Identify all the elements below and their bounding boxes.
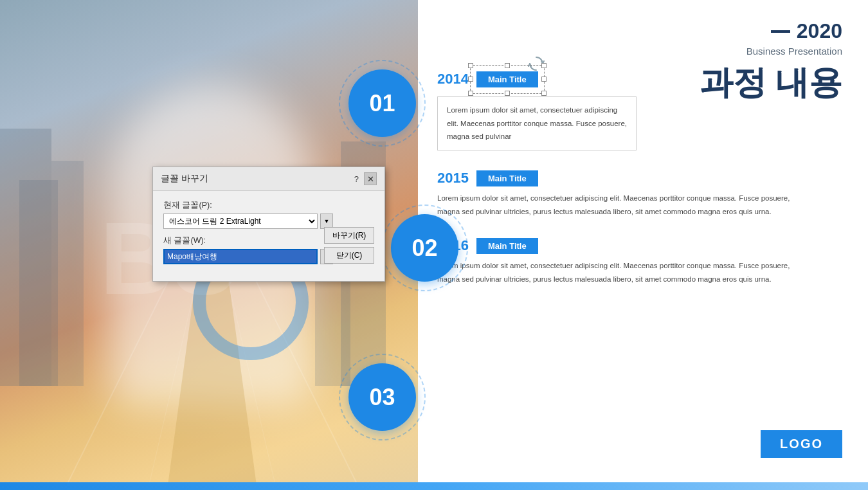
main-title-badge-2016: Main Title [476,238,538,254]
year-2014: 2014 [437,71,469,87]
timeline-row-2015: 2015 Main Title [437,170,842,186]
timeline-section: 2014 Main Title Lor [437,71,842,286]
bottom-bar [0,482,868,490]
dialog-question: ? [354,174,359,184]
dialog-close-button[interactable]: ✕ [364,172,377,185]
dialog-controls: ? ✕ [354,172,377,185]
dialog-titlebar: 글꼴 바꾸기 ? ✕ [153,167,384,191]
timeline-row-2014: 2014 Main Title [437,71,842,87]
year-2015: 2015 [437,170,469,186]
circle-badge-02: 02 [391,214,458,282]
handle-br [541,91,547,96]
logo-button[interactable]: LOGO [761,430,842,458]
handle-bl [468,91,473,96]
year-badge-2014: 2014 Main Title [437,71,553,87]
year-number: 2020 [797,19,842,43]
current-font-select[interactable]: 에스코어 드림 2 ExtraLight [163,213,318,229]
text-2016: Lorem ipsum dolor sit amet, consectetuer… [437,259,797,286]
dialog-title: 글꼴 바꾸기 [161,173,208,185]
business-subtitle: Business Presentation [700,46,842,57]
handle-mr [541,77,547,82]
handle-bc [505,91,510,96]
slide-container: BU 2020 Business Presentation 과정 내용 2014 [0,0,868,490]
year-line: 2020 [700,19,842,43]
new-font-input[interactable]: Mapo배낭여행 [163,249,318,264]
dialog-button-group: 바꾸기(R) 닫기(C) [324,227,374,264]
handle-ml [468,77,473,82]
current-font-row: 현재 글꼴(P): 에스코어 드림 2 ExtraLight ▼ [163,200,374,229]
main-title-badge-2014: Main Title [476,71,538,87]
main-title-badge-2015: Main Title [476,170,538,186]
title-badge-wrapper-2014[interactable]: Main Title [476,71,538,87]
replace-button[interactable]: 바꾸기(R) [324,227,374,244]
font-replace-dialog: 글꼴 바꾸기 ? ✕ 바꾸기(R) 닫기(C) 현재 글꼴(P): 에스코어 드… [152,167,385,282]
text-2014: Lorem ipsum dolor sit amet, consectetuer… [437,96,637,150]
current-font-label: 현재 글꼴(P): [163,200,374,211]
dialog-body: 바꾸기(R) 닫기(C) 현재 글꼴(P): 에스코어 드림 2 ExtraLi… [153,191,384,281]
circle-badge-01: 01 [348,69,416,137]
timeline-row-2016: 2016 Main Title [437,237,842,254]
close-dialog-button[interactable]: 닫기(C) [324,247,374,264]
year-dash [771,30,790,33]
circle-badge-03: 03 [348,363,416,431]
text-2015: Lorem ipsum dolor sit amet, consectetuer… [437,192,797,218]
year-badge-2015: 2015 Main Title [437,170,553,186]
